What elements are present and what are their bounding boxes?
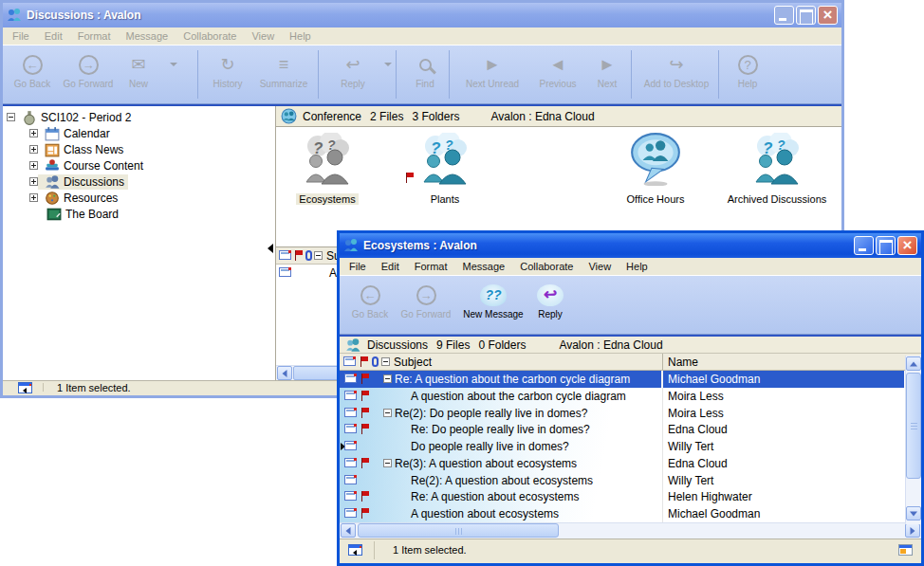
tree-item-course-content[interactable]: Course Content (3, 157, 275, 173)
conference-item-ecosystems[interactable]: ? ? Ecosystems (293, 133, 361, 207)
tree-item-class-news[interactable]: Class News (3, 141, 275, 157)
message-row[interactable]: Re(3): A question about ecosystemsEdna C… (340, 455, 921, 472)
scroll-down-button[interactable] (906, 506, 921, 520)
menu-format[interactable]: Format (407, 261, 455, 272)
scroll-left-button[interactable] (277, 366, 292, 380)
collapse-all-icon[interactable] (381, 357, 390, 366)
close-button[interactable] (897, 236, 917, 255)
minimize-button[interactable] (854, 236, 874, 255)
message-row[interactable]: Do people really live in domes?Willy Ter… (340, 438, 921, 455)
collapse-all-icon[interactable] (314, 251, 323, 260)
collapse-icon[interactable] (383, 409, 392, 417)
message-icon (344, 441, 357, 450)
scrollbar-thumb[interactable] (906, 373, 921, 479)
reply-dropdown-icon[interactable] (384, 63, 392, 66)
expand-icon[interactable] (29, 193, 38, 202)
message-icon (344, 508, 357, 518)
collapse-icon[interactable] (383, 459, 392, 467)
horizontal-scrollbar[interactable] (340, 522, 921, 539)
vertical-scrollbar[interactable] (905, 356, 921, 524)
message-row[interactable]: Re(2): A question about ecosystemsWilly … (340, 472, 921, 489)
name-column-header[interactable]: Name (668, 356, 698, 369)
scrollbar-thumb[interactable] (358, 523, 559, 538)
menu-message[interactable]: Message (455, 261, 513, 272)
minimize-button[interactable] (774, 6, 794, 25)
maximize-button[interactable] (796, 6, 816, 25)
expand-icon[interactable] (29, 161, 38, 170)
list-column-header[interactable]: Subject Name (340, 354, 921, 371)
pane-toggle-icon[interactable] (18, 382, 32, 393)
next-unread-button[interactable]: ►Next Unread (454, 52, 530, 89)
menu-view[interactable]: View (581, 261, 619, 272)
tree-item-discussions[interactable]: Discussions (3, 173, 275, 190)
menu-collaborate[interactable]: Collaborate (512, 261, 581, 272)
menu-help[interactable]: Help (619, 261, 656, 272)
menu-format[interactable]: Format (70, 30, 119, 42)
add-to-desktop-button[interactable]: ↪Add to Desktop (637, 52, 716, 89)
reply-button[interactable]: ↩Reply (531, 283, 569, 320)
menu-help[interactable]: Help (282, 30, 319, 42)
reply-button[interactable]: ↩Reply (327, 52, 379, 89)
view-toggle-icon[interactable] (898, 544, 913, 556)
message-row[interactable]: Re: Do people really live in domes?Edna … (340, 421, 921, 438)
titlebar[interactable]: Discussions : Avalon (3, 3, 841, 27)
menu-view[interactable]: View (244, 30, 282, 42)
menu-file[interactable]: File (342, 261, 374, 272)
history-button[interactable]: ↻History (204, 52, 251, 89)
go-back-button[interactable]: ←Go Back (345, 283, 395, 320)
menu-edit[interactable]: Edit (37, 30, 70, 42)
menu-message[interactable]: Message (119, 30, 176, 42)
subject-column-header[interactable]: Subject (394, 356, 432, 369)
collapse-icon[interactable] (383, 374, 392, 383)
tree-item-the-board[interactable]: The Board (3, 206, 275, 222)
conference-item-plants[interactable]: ? ? Plants (415, 133, 475, 207)
maximize-button[interactable] (876, 236, 896, 255)
reply-icon: ↩ (537, 284, 564, 306)
folders-count: 3 Folders (412, 110, 459, 123)
conference-item-office-hours[interactable]: Office Hours (618, 131, 693, 207)
help-button[interactable]: ?Help (726, 52, 769, 89)
window-title: Ecosystems : Avalon (363, 239, 477, 252)
titlebar[interactable]: Ecosystems : Avalon (340, 233, 921, 258)
message-row[interactable]: Re: A question about ecosystemsHelen Hig… (340, 488, 921, 505)
summarize-button[interactable]: ≡Summarize (253, 52, 314, 89)
tree-item-sci102[interactable]: SCI102 - Period 2 (3, 109, 275, 125)
go-forward-button[interactable]: →Go Forward (397, 283, 455, 320)
column-divider[interactable] (662, 354, 663, 370)
message-row[interactable]: Re: A question about the carbon cycle di… (340, 371, 921, 388)
menu-file[interactable]: File (5, 30, 37, 42)
go-back-button[interactable]: ←Go Back (9, 52, 56, 89)
window-title: Discussions : Avalon (27, 9, 140, 22)
new-dropdown-icon[interactable] (170, 63, 177, 66)
help-icon: ? (738, 55, 758, 75)
message-row[interactable]: Re(2): Do people really live in domes?Mo… (340, 405, 921, 422)
expand-icon[interactable] (29, 177, 38, 186)
tree-item-calendar[interactable]: Calendar (3, 125, 275, 141)
scroll-up-button[interactable] (906, 356, 921, 371)
splitter-collapse-icon[interactable] (268, 244, 273, 253)
menu-edit[interactable]: Edit (374, 261, 407, 272)
new-button[interactable]: ✉New (115, 52, 162, 89)
message-row[interactable]: A question about the carbon cycle diagra… (340, 388, 921, 405)
message-column-icon (343, 356, 356, 366)
go-forward-button[interactable]: →Go Forward (58, 52, 119, 89)
scroll-right-button[interactable] (905, 523, 920, 538)
expand-icon[interactable] (29, 129, 38, 137)
pane-toggle-icon[interactable] (348, 544, 362, 556)
collapse-icon[interactable] (7, 113, 15, 121)
next-button[interactable]: ►Next (585, 52, 629, 89)
menu-collaborate[interactable]: Collaborate (176, 30, 244, 42)
status-text: 1 Item selected. (57, 382, 131, 393)
conference-icons: ? ? Ecosystems ? ? (276, 127, 841, 246)
new-message-button[interactable]: ??New Message (457, 283, 529, 320)
expand-icon[interactable] (29, 145, 38, 154)
previous-button[interactable]: ◄Previous (532, 52, 583, 89)
find-button[interactable]: Find (403, 52, 447, 89)
message-row[interactable]: A question about ecosystemsMichael Goodm… (340, 505, 921, 522)
close-button[interactable] (818, 6, 838, 25)
tree-item-resources[interactable]: Resources (3, 190, 275, 206)
go-forward-icon: → (79, 55, 99, 75)
scroll-left-button[interactable] (341, 523, 356, 538)
conference-item-archived-discussions[interactable]: ? ? Archived Discussions (718, 133, 836, 207)
next-icon: ► (599, 56, 616, 73)
